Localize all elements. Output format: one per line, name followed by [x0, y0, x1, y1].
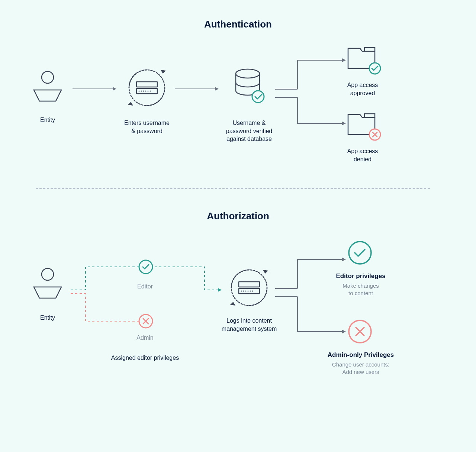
svg-point-52	[349, 242, 371, 264]
svg-point-46	[250, 291, 251, 292]
entity-icon-authz	[30, 265, 65, 300]
admin-role-label: Admin	[126, 334, 164, 342]
svg-point-16	[236, 69, 260, 78]
admin-privileges-block: Admin-only Privileges Change user accoun…	[320, 351, 402, 376]
editor-privileges-title: Editor privileges	[327, 272, 394, 281]
svg-marker-15	[215, 87, 219, 91]
assigned-privileges-label: Assigned editor privileges	[104, 354, 186, 362]
svg-rect-6	[136, 82, 157, 87]
editor-privileges-check-icon	[347, 239, 373, 266]
diagram-canvas: Authentication Entity	[0, 0, 476, 452]
folder-denied-icon	[346, 110, 382, 141]
editor-role-label: Editor	[126, 282, 164, 291]
svg-marker-22	[342, 122, 346, 125]
svg-point-13	[150, 91, 151, 92]
editor-privileges-sub: Make changes to content	[327, 282, 394, 297]
svg-marker-51	[342, 330, 346, 333]
svg-point-11	[145, 91, 147, 92]
editor-privileges-block: Editor privileges Make changes to conten…	[327, 272, 394, 297]
admin-x-icon	[138, 313, 154, 329]
admin-privileges-x-icon	[347, 318, 373, 345]
svg-point-9	[141, 91, 142, 92]
svg-point-8	[139, 91, 140, 92]
svg-marker-1	[34, 90, 61, 101]
access-approved-label: App access approved	[335, 81, 390, 97]
section-divider	[36, 188, 430, 189]
svg-point-44	[245, 291, 247, 292]
svg-marker-31	[218, 288, 222, 292]
svg-marker-38	[263, 270, 268, 274]
svg-marker-49	[342, 258, 346, 261]
database-icon	[230, 68, 267, 105]
editor-check-icon	[138, 259, 154, 275]
verified-label: Username & password verified against dat…	[216, 119, 283, 143]
authorization-title: Authorization	[207, 210, 269, 222]
svg-point-29	[42, 268, 54, 280]
svg-point-45	[248, 291, 249, 292]
authentication-title: Authentication	[204, 19, 272, 30]
svg-point-10	[143, 91, 144, 92]
svg-rect-40	[239, 282, 260, 287]
login-process-icon	[126, 67, 167, 112]
svg-marker-5	[128, 102, 133, 106]
svg-marker-30	[34, 287, 61, 298]
svg-marker-4	[161, 70, 166, 74]
cms-login-label: Logs into content management system	[216, 317, 283, 333]
svg-point-0	[42, 71, 54, 83]
svg-point-47	[252, 291, 253, 292]
svg-point-12	[148, 91, 149, 92]
folder-approved-icon	[346, 44, 382, 75]
svg-point-42	[241, 291, 242, 292]
entity-icon	[30, 68, 65, 103]
arrow-2	[175, 86, 219, 91]
svg-marker-20	[342, 58, 346, 62]
entity-label: Entity	[30, 116, 65, 124]
admin-privileges-sub: Change user accounts; Add new users	[320, 361, 402, 376]
admin-privileges-title: Admin-only Privileges	[320, 351, 402, 359]
cms-login-icon	[229, 267, 270, 311]
entity-label-authz: Entity	[30, 314, 65, 322]
arrow-1	[73, 86, 117, 91]
svg-marker-3	[113, 87, 116, 91]
svg-marker-39	[230, 302, 235, 306]
svg-point-43	[243, 291, 244, 292]
access-denied-label: App access denied	[335, 147, 390, 163]
enters-credentials-label: Enters username & password	[112, 119, 182, 135]
